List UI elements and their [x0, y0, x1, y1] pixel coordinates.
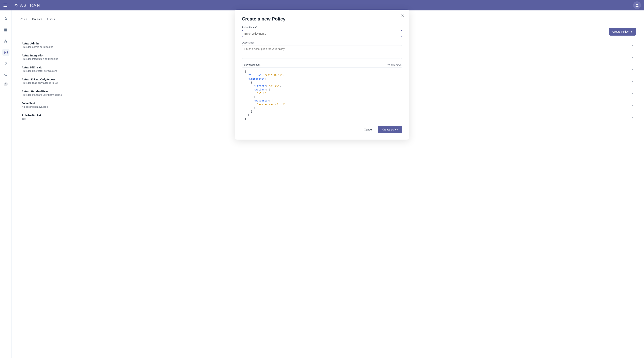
- create-policy-modal: Create a new Policy Policy Name* Descrip…: [235, 10, 409, 140]
- format-json-button[interactable]: Format JSON: [387, 63, 402, 66]
- modal-title: Create a new Policy: [242, 16, 402, 22]
- modal-overlay: Create a new Policy Policy Name* Descrip…: [0, 0, 644, 358]
- policy-document-editor[interactable]: { "Version": "2012-10-17", "Statement": …: [242, 67, 402, 121]
- description-input[interactable]: [242, 45, 402, 59]
- close-icon[interactable]: [400, 13, 405, 18]
- policy-name-label: Policy Name*: [242, 26, 402, 29]
- cancel-button[interactable]: Cancel: [361, 126, 375, 133]
- description-label: Description: [242, 41, 402, 44]
- policy-document-label: Policy document: [242, 63, 260, 66]
- policy-name-input[interactable]: [242, 30, 402, 37]
- create-policy-submit-button[interactable]: Create policy: [378, 126, 402, 133]
